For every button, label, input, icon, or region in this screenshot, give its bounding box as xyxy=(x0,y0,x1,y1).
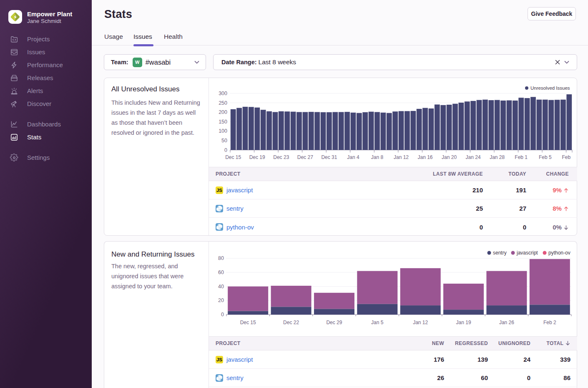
svg-text:Jan 28: Jan 28 xyxy=(490,154,505,160)
svg-text:Dec 23: Dec 23 xyxy=(273,154,289,160)
svg-text:40: 40 xyxy=(218,284,224,290)
svg-text:javascript: javascript xyxy=(516,250,538,256)
svg-text:80: 80 xyxy=(218,255,224,261)
svg-text:Jan 12: Jan 12 xyxy=(413,320,428,325)
svg-text:0: 0 xyxy=(224,147,227,153)
svg-text:Dec 22: Dec 22 xyxy=(283,320,299,325)
svg-text:150: 150 xyxy=(219,119,227,125)
svg-text:Feb 5: Feb 5 xyxy=(539,154,552,160)
svg-text:Jan 8: Jan 8 xyxy=(371,154,384,160)
svg-text:Dec 15: Dec 15 xyxy=(225,154,241,160)
svg-text:Feb 2: Feb 2 xyxy=(543,320,556,325)
svg-text:Jan 12: Jan 12 xyxy=(394,154,409,160)
svg-text:Jan 26: Jan 26 xyxy=(499,320,514,325)
svg-text:200: 200 xyxy=(219,109,227,115)
svg-text:Dec 15: Dec 15 xyxy=(240,320,256,325)
svg-text:Jan 16: Jan 16 xyxy=(417,154,432,160)
svg-text:Jan 24: Jan 24 xyxy=(466,154,481,160)
svg-text:250: 250 xyxy=(219,100,227,106)
svg-text:100: 100 xyxy=(219,128,227,134)
svg-text:sentry: sentry xyxy=(493,250,507,256)
svg-text:python-ov: python-ov xyxy=(548,250,570,256)
svg-text:Feb 1: Feb 1 xyxy=(515,154,528,160)
svg-text:Dec 19: Dec 19 xyxy=(249,154,265,160)
svg-text:Dec 31: Dec 31 xyxy=(321,154,337,160)
svg-text:Jan 5: Jan 5 xyxy=(371,320,384,325)
svg-text:60: 60 xyxy=(218,270,224,275)
svg-text:50: 50 xyxy=(221,138,227,144)
svg-text:Dec 29: Dec 29 xyxy=(326,320,342,325)
svg-text:Feb: Feb xyxy=(562,154,570,160)
svg-text:Jan 20: Jan 20 xyxy=(442,154,457,160)
svg-text:300: 300 xyxy=(219,91,227,96)
svg-text:0: 0 xyxy=(221,312,224,317)
svg-text:Unresolved Issues: Unresolved Issues xyxy=(530,86,570,91)
svg-text:20: 20 xyxy=(218,297,224,303)
svg-text:Jan 4: Jan 4 xyxy=(347,154,359,160)
svg-text:Jan 19: Jan 19 xyxy=(456,320,471,325)
svg-text:Dec 27: Dec 27 xyxy=(297,154,313,160)
